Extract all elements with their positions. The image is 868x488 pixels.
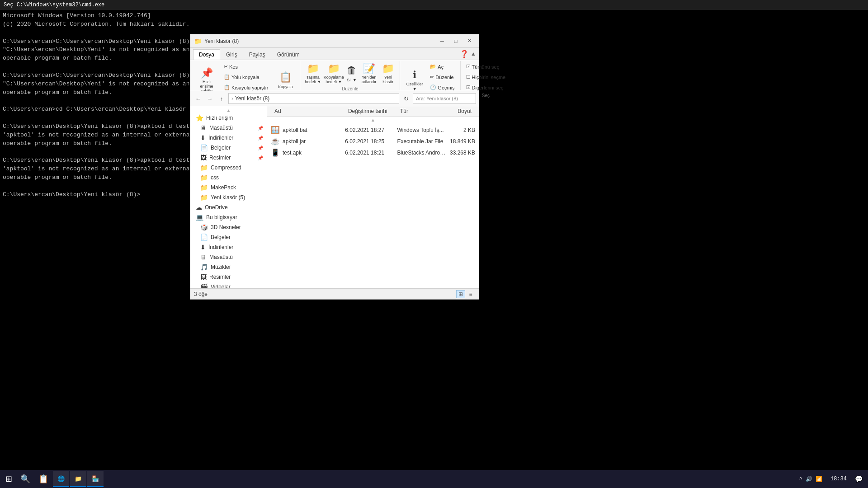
pin-quick-access-button[interactable]: 📌 Hızlı erişimesabitle: [195, 69, 218, 92]
sidebar-item-resimler[interactable]: 🖼 Resimler 📌: [190, 153, 267, 163]
scroll-up[interactable]: ▲: [267, 117, 479, 123]
sidebar-item-onedrive[interactable]: ☁ OneDrive: [190, 202, 267, 212]
tab-giris[interactable]: Giriş: [220, 49, 243, 60]
sidebar-item-yeni5[interactable]: 📁 Yeni klasör (5): [190, 192, 267, 202]
open-button[interactable]: 📂 Aç: [427, 62, 457, 71]
properties-button[interactable]: ℹ Özellikler ▼: [403, 69, 426, 92]
edge-button[interactable]: 🌐: [53, 471, 69, 487]
sidebar-item-3d[interactable]: 🎲 3D Nesneler: [190, 222, 267, 232]
sidebar-item-masaustu[interactable]: 🖥 Masaüstü 📌: [190, 123, 267, 133]
back-button[interactable]: ←: [193, 94, 203, 103]
rename-icon: 📝: [363, 63, 375, 75]
delete-button[interactable]: 🗑 Sil ▼: [344, 62, 359, 85]
explorer-window: 📁 Yeni klasör (8) ─ □ ✕ Dosya Giriş Payl…: [190, 34, 479, 300]
file-icon: ☕: [271, 137, 280, 145]
start-button[interactable]: ⊞: [2, 471, 16, 487]
resimler-icon: 🖼: [200, 154, 207, 161]
task-view-button[interactable]: 📋: [35, 471, 52, 487]
explorer-taskbar-icon: 📁: [75, 475, 82, 482]
sidebar-label-css: css: [211, 174, 219, 181]
cut-button[interactable]: ✂ Kes: [221, 62, 271, 71]
col-header-name[interactable]: Ad: [271, 106, 344, 116]
copy-path-button[interactable]: 📋 Yolu kopyala: [221, 72, 271, 82]
edit-button[interactable]: ✏ Düzenle: [427, 72, 457, 82]
ribbon-tabs: Dosya Giriş Paylaş Görünüm ❓ ▲: [190, 48, 479, 60]
forward-button[interactable]: →: [205, 94, 215, 103]
col-header-type[interactable]: Tür: [396, 106, 445, 116]
belgeler2-icon: 📄: [200, 234, 208, 241]
select-none-button[interactable]: ☐ Hiçbirini seçme: [463, 72, 509, 82]
copy-to-button[interactable]: 📁 Kopyalamahedefi ▼: [324, 62, 344, 85]
sidebar-item-indirilenler2[interactable]: ⬇ İndirilenler: [190, 242, 267, 252]
col-header-date[interactable]: Değiştirme tarihi: [344, 106, 396, 116]
file-row[interactable]: 🪟 apktoll.bat 6.02.2021 18:27 Windows To…: [267, 124, 479, 136]
pano-buttons: 📌 Hızlı erişimesabitle ✂ Kes 📋 Yolu kopy…: [195, 62, 297, 92]
store-button[interactable]: 🏪: [87, 471, 104, 487]
address-path[interactable]: › Yeni klasör (8): [228, 93, 399, 104]
select-all-button[interactable]: ☑ Tümünü seç: [463, 62, 509, 71]
masaustu-icon: 🖥: [200, 124, 207, 131]
move-to-button[interactable]: 📁 Taşımahedefi ▼: [303, 62, 323, 85]
view-buttons: ⊞ ≡: [456, 290, 475, 298]
sidebar-item-makepack[interactable]: 📁 MakePack: [190, 183, 267, 192]
sidebar-item-videolar[interactable]: 🎬 Videolar: [190, 282, 267, 288]
new-folder-button[interactable]: 📁 Yeniklasör: [379, 62, 397, 85]
belgeler-icon: 📄: [200, 144, 208, 151]
tab-paylas[interactable]: Paylaş: [243, 49, 271, 60]
masaustu2-icon: 🖥: [200, 253, 207, 261]
indirilenler-icon: ⬇: [200, 134, 206, 141]
sidebar-item-muzikler[interactable]: 🎵 Müzikler: [190, 262, 267, 272]
sidebar-label-makepack: MakePack: [211, 184, 236, 191]
file-row[interactable]: 📱 test.apk 6.02.2021 18:21 BlueStacks An…: [267, 147, 479, 158]
file-name: test.apk: [283, 150, 302, 156]
path-segment: Yeni klasör (8): [235, 95, 269, 102]
up-button[interactable]: ↑: [217, 94, 226, 103]
tab-dosya[interactable]: Dosya: [193, 49, 220, 60]
open-icon: 📂: [430, 64, 436, 70]
col-header-size[interactable]: Boyut: [445, 106, 475, 116]
sidebar-item-css[interactable]: 📁 css: [190, 173, 267, 183]
new-folder-icon: 📁: [382, 63, 394, 75]
help-icon[interactable]: ❓: [460, 50, 469, 58]
invert-selection-button[interactable]: ☑ Diğerlerini seç: [463, 83, 509, 92]
sidebar-item-belgeler2[interactable]: 📄 Belgeler: [190, 232, 267, 242]
sidebar-label-resimler: Resimler: [209, 155, 231, 161]
sidebar-label-belgeler: Belgeler: [211, 145, 231, 151]
tab-gorunum[interactable]: Görünüm: [271, 49, 306, 60]
refresh-button[interactable]: ↻: [401, 94, 411, 103]
taskbar-clock[interactable]: 18:34: [827, 476, 850, 482]
explorer-taskbar-button[interactable]: 📁: [70, 471, 86, 487]
sidebar-item-compressed[interactable]: 📁 Compressed: [190, 163, 267, 173]
close-button[interactable]: ✕: [463, 37, 475, 46]
sidebar-item-quick-access[interactable]: ⭐ Hızlı erişim: [190, 113, 267, 123]
sidebar-label-indirilenler: İndirilenler: [208, 135, 233, 141]
sidebar-item-indirilenler[interactable]: ⬇ İndirilenler 📌: [190, 133, 267, 143]
videolar-icon: 🎬: [200, 283, 208, 288]
search-input[interactable]: [413, 93, 476, 104]
file-row[interactable]: ☕ apktoll.jar 6.02.2021 18:25 Executable…: [267, 136, 479, 147]
sidebar-label-onedrive: OneDrive: [205, 204, 228, 211]
file-list-header: Ad Değiştirme tarihi Tür Boyut: [267, 106, 479, 117]
sidebar-item-resimler2[interactable]: 🖼 Resimler: [190, 272, 267, 282]
delete-icon: 🗑: [347, 65, 357, 76]
notification-button[interactable]: 💬: [851, 471, 866, 487]
rename-button[interactable]: 📝 Yenidenadlandır: [360, 62, 378, 85]
sidebar-item-masaustu2[interactable]: 🖥 Masaüstü: [190, 252, 267, 262]
paste-shortcut-button[interactable]: 📋 Kısayolu yapıştır: [221, 83, 271, 92]
sidebar-item-bu-bilgisayar[interactable]: 💻 Bu bilgisayar: [190, 212, 267, 222]
status-text: 3 öğe: [194, 291, 208, 297]
scroll-indicator[interactable]: ▲: [190, 108, 267, 113]
history-button[interactable]: 🕐 Geçmiş: [427, 83, 457, 92]
details-view-button[interactable]: ⊞: [456, 290, 465, 298]
maximize-button[interactable]: □: [450, 37, 462, 46]
cmd-title-bar: Seç C:\Windows\system32\cmd.exe: [0, 0, 868, 10]
ribbon-collapse-icon[interactable]: ▲: [471, 51, 476, 57]
sidebar-label-masaustu: Masaüstü: [209, 125, 233, 131]
copy-button[interactable]: 📋 Kopyala: [274, 69, 297, 92]
sidebar: ▲ ⭐ Hızlı erişim 🖥 Masaüstü 📌 ⬇ İndirile…: [190, 106, 267, 288]
search-button[interactable]: 🔍: [17, 471, 34, 487]
sidebar-label-yeni5: Yeni klasör (5): [211, 194, 245, 201]
list-view-button[interactable]: ≡: [466, 290, 475, 298]
minimize-button[interactable]: ─: [436, 37, 448, 46]
sidebar-item-belgeler[interactable]: 📄 Belgeler 📌: [190, 143, 267, 153]
